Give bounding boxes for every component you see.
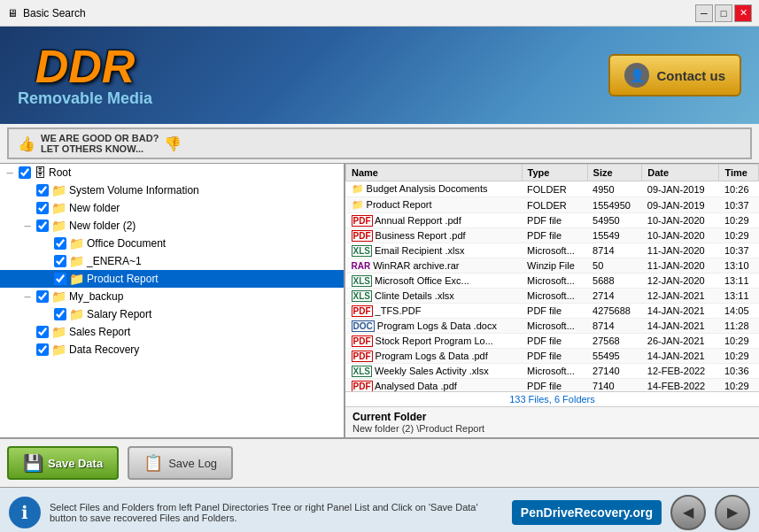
tree-item-sales-report[interactable]: 📁 Sales Report bbox=[0, 323, 344, 341]
checkbox-salary-report[interactable] bbox=[54, 308, 66, 320]
file-type: PDF file bbox=[522, 334, 587, 349]
folder-icon: 📁 bbox=[352, 199, 364, 210]
table-row[interactable]: RAR WinRAR archive.rar Winzip File 50 11… bbox=[346, 258, 759, 274]
expand-my-backup[interactable]: ─ bbox=[21, 292, 34, 302]
titlebar-left: 🖥 Basic Search bbox=[7, 7, 86, 19]
rating-line1: WE ARE GOOD OR BAD? bbox=[41, 133, 159, 143]
tree-item-data-recovery[interactable]: 📁 Data Recovery bbox=[0, 341, 344, 359]
checkbox-my-backup[interactable] bbox=[36, 290, 49, 303]
table-row[interactable]: XLS Clinte Details .xlsx Microsoft... 27… bbox=[346, 289, 759, 304]
file-date: 12-JAN-2021 bbox=[642, 289, 719, 304]
rating-banner[interactable]: 👍 WE ARE GOOD OR BAD? LET OTHERS KNOW...… bbox=[7, 127, 752, 159]
file-date: 26-JAN-2021 bbox=[642, 334, 719, 349]
col-date: Date bbox=[642, 165, 719, 181]
table-row[interactable]: 📁 Budget Analysis Docoments FOLDER 4950 … bbox=[346, 181, 759, 197]
folder-icon-product-report: 📁 bbox=[69, 272, 84, 286]
tree-item-new-folder[interactable]: 📁 New folder bbox=[0, 199, 344, 217]
tree-item-enera[interactable]: 📁 _ENERA~1 bbox=[0, 252, 344, 270]
contact-button[interactable]: 👤 Contact us bbox=[608, 54, 741, 96]
table-row[interactable]: DOC Program Logs & Data .docx Microsoft.… bbox=[346, 319, 759, 334]
tree-item-root[interactable]: ─ 🗄 Root bbox=[0, 164, 344, 181]
files-table: Name Type Size Date Time 📁 Budget Analys… bbox=[345, 164, 759, 391]
file-time: 13:10 bbox=[719, 258, 759, 274]
save-log-button[interactable]: 📋 Save Log bbox=[128, 446, 233, 480]
table-row[interactable]: PDF Analysed Data .pdf PDF file 7140 14-… bbox=[346, 379, 759, 392]
file-type: PDF file bbox=[522, 304, 587, 319]
tree-item-product-report[interactable]: 📁 Product Report bbox=[0, 270, 344, 288]
file-size: 50 bbox=[587, 258, 642, 274]
close-button[interactable]: ✕ bbox=[734, 4, 752, 22]
save-data-icon: 💾 bbox=[23, 453, 43, 473]
save-log-icon: 📋 bbox=[143, 453, 163, 473]
file-size: 54950 bbox=[587, 213, 642, 228]
checkbox-enera[interactable] bbox=[54, 255, 66, 267]
label-my-backup: My_backup bbox=[69, 290, 123, 303]
label-sales-report: Sales Report bbox=[69, 326, 130, 338]
checkbox-office-doc[interactable] bbox=[54, 237, 66, 250]
tree-item-my-backup[interactable]: ─ 📁 My_backup bbox=[0, 288, 344, 305]
file-date: 10-JAN-2020 bbox=[642, 228, 719, 243]
folder-icon-svi: 📁 bbox=[51, 183, 66, 197]
website-badge: PenDriveRecovery.org bbox=[512, 500, 662, 525]
file-time: 10:29 bbox=[719, 213, 759, 228]
col-type: Type bbox=[522, 165, 587, 181]
table-row[interactable]: XLS Email Recipient .xlsx Microsoft... 8… bbox=[346, 243, 759, 258]
tree-panel[interactable]: ─ 🗄 Root 📁 System Volume Information 📁 N… bbox=[0, 164, 345, 437]
file-name: PDF Business Report .pdf bbox=[346, 228, 523, 243]
tree-item-office-doc[interactable]: 📁 Office Document bbox=[0, 235, 344, 252]
table-row[interactable]: XLS Microsoft Office Exc... Microsoft...… bbox=[346, 274, 759, 289]
file-size: 2714 bbox=[587, 289, 642, 304]
table-row[interactable]: PDF Business Report .pdf PDF file 15549 … bbox=[346, 228, 759, 243]
file-count: 133 Files, 6 Folders bbox=[345, 391, 759, 406]
table-row[interactable]: 📁 Product Report FOLDER 1554950 09-JAN-2… bbox=[346, 197, 759, 213]
prev-button[interactable]: ◀ bbox=[670, 495, 706, 530]
file-date: 14-JAN-2021 bbox=[642, 304, 719, 319]
file-table[interactable]: Name Type Size Date Time 📁 Budget Analys… bbox=[345, 164, 759, 391]
excel-icon: XLS bbox=[352, 366, 372, 377]
file-size: 27568 bbox=[587, 334, 642, 349]
table-row[interactable]: XLS Weekly Sales Activity .xlsx Microsof… bbox=[346, 364, 759, 379]
pdf-icon: PDF bbox=[352, 335, 373, 347]
table-row[interactable]: PDF _TFS.PDF PDF file 4275688 14-JAN-202… bbox=[346, 304, 759, 319]
expand-new-folder-2[interactable]: ─ bbox=[21, 221, 34, 231]
checkbox-root[interactable] bbox=[19, 166, 31, 179]
checkbox-svi[interactable] bbox=[36, 184, 49, 197]
folder-icon: 📁 bbox=[352, 183, 364, 194]
expand-root[interactable]: ─ bbox=[4, 168, 16, 178]
tree-item-svi[interactable]: 📁 System Volume Information bbox=[0, 181, 344, 199]
checkbox-new-folder[interactable] bbox=[36, 202, 49, 214]
file-name: XLS Email Recipient .xlsx bbox=[346, 243, 523, 258]
file-date: 12-JAN-2020 bbox=[642, 274, 719, 289]
file-name: PDF Stock Report Program Lo... bbox=[346, 334, 523, 349]
file-time: 13:11 bbox=[719, 274, 759, 289]
table-row[interactable]: PDF Annual Repport .pdf PDF file 54950 1… bbox=[346, 213, 759, 228]
file-name: XLS Clinte Details .xlsx bbox=[346, 289, 523, 304]
tree-item-new-folder-2[interactable]: ─ 📁 New folder (2) bbox=[0, 217, 344, 235]
file-size: 5688 bbox=[587, 274, 642, 289]
next-button[interactable]: ▶ bbox=[715, 495, 750, 530]
checkbox-sales-report[interactable] bbox=[36, 326, 49, 338]
checkbox-new-folder-2[interactable] bbox=[36, 220, 49, 232]
app-title: Basic Search bbox=[23, 7, 86, 19]
file-type: PDF file bbox=[522, 228, 587, 243]
file-name: XLS Microsoft Office Exc... bbox=[346, 274, 523, 289]
maximize-button[interactable]: □ bbox=[715, 4, 732, 22]
save-data-button[interactable]: 💾 Save Data bbox=[7, 446, 119, 480]
file-size: 27140 bbox=[587, 364, 642, 379]
label-product-report: Product Report bbox=[87, 273, 159, 285]
table-row[interactable]: PDF Stock Report Program Lo... PDF file … bbox=[346, 334, 759, 349]
checkbox-product-report[interactable] bbox=[54, 273, 66, 285]
label-enera: _ENERA~1 bbox=[87, 255, 142, 267]
checkbox-data-recovery[interactable] bbox=[36, 343, 49, 356]
file-date: 09-JAN-2019 bbox=[642, 181, 719, 197]
file-time: 11:28 bbox=[719, 319, 759, 334]
app-icon: 🖥 bbox=[7, 7, 18, 19]
table-row[interactable]: PDF Program Logs & Data .pdf PDF file 55… bbox=[346, 349, 759, 364]
excel-icon: XLS bbox=[352, 245, 372, 257]
tree-item-salary-report[interactable]: 📁 Salary Report bbox=[0, 305, 344, 323]
label-svi: System Volume Information bbox=[69, 184, 199, 197]
file-time: 10:29 bbox=[719, 349, 759, 364]
file-type: Microsoft... bbox=[522, 274, 587, 289]
save-data-label: Save Data bbox=[48, 457, 103, 470]
minimize-button[interactable]: ─ bbox=[695, 4, 713, 22]
